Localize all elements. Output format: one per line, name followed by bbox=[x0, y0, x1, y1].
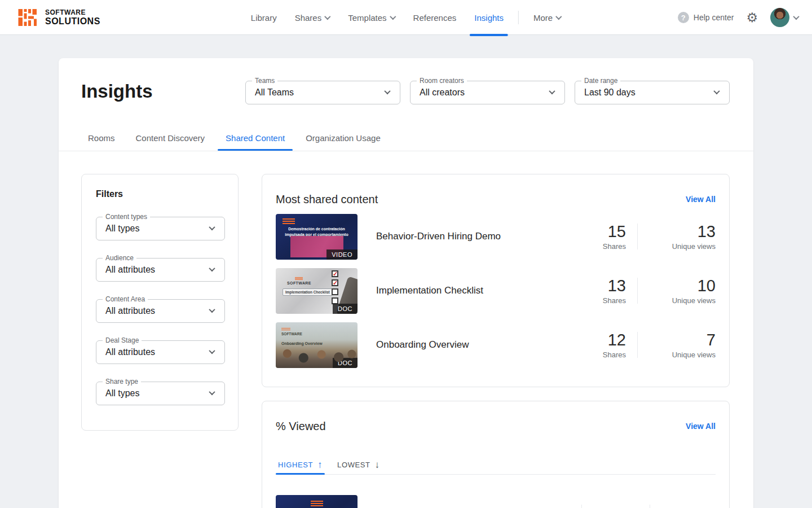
help-center-label: Help center bbox=[694, 13, 734, 22]
shares-value: 13 bbox=[574, 277, 626, 295]
select-value: All attributes bbox=[105, 306, 155, 316]
brand-name-line1: SOFTWARE bbox=[45, 9, 100, 16]
main-nav: Library Shares Templates References Insi… bbox=[242, 0, 570, 35]
help-center-button[interactable]: Help center bbox=[678, 12, 734, 23]
nav-label: Insights bbox=[474, 13, 504, 23]
chevron-down-icon bbox=[556, 14, 562, 20]
header-filter-selects: Teams All Teams Room creators All creato… bbox=[245, 81, 730, 104]
chevron-down-icon bbox=[325, 14, 331, 20]
brand-logo-icon bbox=[17, 6, 39, 29]
nav-item-more[interactable]: More bbox=[524, 0, 570, 35]
shares-value: 15 bbox=[574, 222, 626, 241]
gear-icon[interactable] bbox=[746, 11, 758, 24]
thumb-checklist: ✓✓ bbox=[332, 270, 338, 304]
stat-divider bbox=[650, 505, 650, 508]
tab-rooms[interactable]: Rooms bbox=[88, 125, 115, 151]
card-title: Most shared content bbox=[276, 193, 378, 206]
filters-panel: Filters Content types All types Audience… bbox=[81, 174, 239, 431]
stat-divider bbox=[637, 332, 638, 358]
sort-lowest-button[interactable]: LOWEST bbox=[337, 456, 380, 474]
view-all-link[interactable]: View All bbox=[686, 195, 716, 204]
stat-divider bbox=[581, 505, 582, 508]
unique-views-label: Unique views bbox=[649, 296, 716, 305]
select-value: Last 90 days bbox=[584, 87, 636, 98]
insights-tabs: Rooms Content Discovery Shared Content O… bbox=[59, 125, 753, 151]
shares-stat: 13 Shares bbox=[574, 277, 626, 305]
content-types-select[interactable]: Content types All types bbox=[96, 217, 225, 240]
shares-label: Shares bbox=[574, 351, 626, 359]
select-label: Content Area bbox=[103, 295, 148, 303]
chevron-down-icon bbox=[209, 389, 215, 395]
select-value: All attributes bbox=[105, 347, 155, 357]
content-row[interactable]: SOFTWARE Implementation Checklist ✓✓ DOC… bbox=[276, 264, 716, 318]
unique-views-label: Unique views bbox=[649, 351, 716, 359]
tab-label: Content Discovery bbox=[136, 133, 205, 143]
view-all-link[interactable]: View All bbox=[686, 422, 716, 431]
content-thumbnail[interactable]: Remote Team Solution Demo bbox=[276, 495, 358, 508]
content-area-select[interactable]: Content Area All attributes bbox=[96, 299, 225, 323]
page-background: Insights Teams All Teams Room creators A… bbox=[0, 36, 812, 508]
date-range-select[interactable]: Date range Last 90 days bbox=[575, 81, 730, 104]
content-thumbnail[interactable]: SOFTWARE Onboarding Overview DOC bbox=[276, 322, 358, 368]
select-label: Date range bbox=[581, 77, 620, 85]
shares-stat: 15 Shares bbox=[574, 222, 626, 251]
unique-views-value: 7 bbox=[649, 331, 716, 349]
nav-item-library[interactable]: Library bbox=[242, 0, 286, 35]
tab-content-discovery[interactable]: Content Discovery bbox=[136, 125, 205, 151]
content-thumbnail[interactable]: SOFTWARE Implementation Checklist ✓✓ DOC bbox=[276, 268, 358, 314]
shares-value: 12 bbox=[574, 331, 626, 349]
stat-divider bbox=[637, 224, 638, 249]
shares-label: Shares bbox=[574, 242, 626, 251]
brand-logo[interactable]: SOFTWARE SOLUTIONS bbox=[17, 6, 100, 29]
insights-main-card: Insights Teams All Teams Room creators A… bbox=[59, 58, 753, 508]
select-value: All attributes bbox=[105, 265, 155, 275]
unique-views-value: 10 bbox=[649, 277, 716, 295]
content-type-badge: VIDEO bbox=[326, 249, 358, 260]
content-row[interactable]: SOFTWARE Onboarding Overview DOC Onboard… bbox=[276, 318, 716, 372]
content-row[interactable]: Remote Team Solution Demo Remote Team So… bbox=[276, 491, 716, 508]
teams-select[interactable]: Teams All Teams bbox=[245, 81, 400, 104]
select-value: All types bbox=[105, 224, 139, 234]
content-title: Onboarding Overview bbox=[376, 339, 574, 351]
nav-item-references[interactable]: References bbox=[404, 0, 466, 35]
top-navigation-bar: SOFTWARE SOLUTIONS Library Shares Templa… bbox=[0, 0, 812, 35]
select-label: Share type bbox=[103, 378, 141, 386]
room-creators-select[interactable]: Room creators All creators bbox=[410, 81, 565, 104]
user-menu[interactable] bbox=[770, 8, 798, 27]
unique-views-stat: 10 Unique views bbox=[649, 277, 716, 305]
nav-item-insights[interactable]: Insights bbox=[465, 0, 513, 35]
unique-views-stat: 13 Unique views bbox=[649, 222, 716, 251]
chevron-down-icon bbox=[384, 88, 390, 94]
sort-highest-button[interactable]: HIGHEST bbox=[278, 456, 323, 474]
thumb-logo-icon bbox=[283, 218, 295, 224]
nav-item-shares[interactable]: Shares bbox=[286, 0, 339, 35]
nav-label: Library bbox=[251, 13, 277, 23]
tab-organization-usage[interactable]: Organization Usage bbox=[306, 125, 381, 151]
select-label: Teams bbox=[252, 77, 277, 85]
avatar bbox=[770, 8, 789, 27]
tab-shared-content[interactable]: Shared Content bbox=[226, 125, 285, 151]
shares-stat: 12 Shares bbox=[574, 331, 626, 359]
percent-viewed-card: % Viewed View All HIGHEST LOWEST Remote … bbox=[262, 401, 730, 508]
tab-label: Shared Content bbox=[226, 133, 285, 143]
unique-views-label: Unique views bbox=[649, 242, 716, 251]
nav-item-templates[interactable]: Templates bbox=[339, 0, 404, 35]
deal-stage-select[interactable]: Deal Stage All attributes bbox=[96, 340, 225, 364]
content-thumbnail[interactable]: Demostración de contratación impulsada p… bbox=[276, 214, 358, 260]
share-type-select[interactable]: Share type All types bbox=[96, 382, 225, 405]
content-title: Behavior-Driven Hiring Demo bbox=[376, 231, 574, 242]
tab-label: Organization Usage bbox=[306, 133, 381, 143]
chevron-down-icon bbox=[209, 348, 215, 354]
audience-select[interactable]: Audience All attributes bbox=[96, 258, 225, 282]
thumb-text: Implementation Checklist bbox=[283, 288, 333, 296]
select-label: Deal Stage bbox=[103, 336, 142, 344]
sort-highest-label: HIGHEST bbox=[278, 461, 313, 469]
content-row[interactable]: Demostración de contratación impulsada p… bbox=[276, 209, 716, 264]
tab-label: Rooms bbox=[88, 133, 115, 143]
shares-label: Shares bbox=[574, 296, 626, 305]
unique-views-value: 13 bbox=[649, 222, 716, 241]
arrow-up-icon bbox=[317, 459, 323, 471]
page-title: Insights bbox=[81, 81, 153, 102]
nav-divider bbox=[518, 11, 519, 24]
stat-divider bbox=[637, 278, 638, 304]
